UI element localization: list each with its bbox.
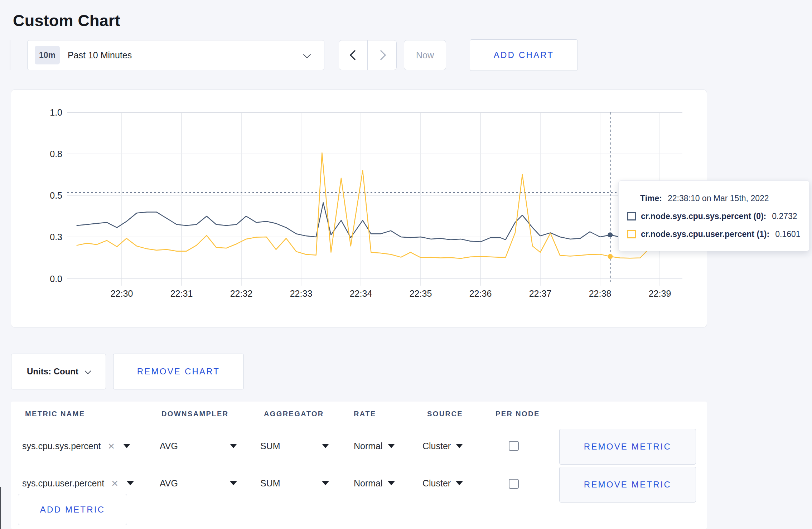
units-dropdown[interactable]: Units: Count (11, 354, 106, 389)
downsampler-value: AVG (160, 441, 178, 451)
chevron-left-icon (349, 50, 359, 60)
col-header-rate: RATE (354, 405, 376, 422)
caret-down-icon (230, 481, 237, 485)
remove-chart-button[interactable]: REMOVE CHART (113, 354, 244, 389)
remove-metric-label: REMOVE METRIC (584, 442, 671, 452)
page-title: Custom Chart (13, 11, 120, 30)
svg-text:0.0: 0.0 (50, 274, 62, 284)
caret-down-icon (127, 481, 134, 485)
tooltip-time-label: Time: (640, 194, 662, 203)
svg-text:22:39: 22:39 (649, 288, 671, 299)
metric-name-select[interactable]: sys.cpu.sys.percent × (22, 437, 130, 455)
now-button[interactable]: Now (404, 40, 446, 70)
chevron-down-icon (84, 368, 91, 374)
tooltip-series-row: cr.node.sys.cpu.user.percent (1): 0.1601 (619, 225, 809, 243)
toolbar-left-divider (10, 40, 10, 70)
time-step-forward-button[interactable] (368, 40, 397, 70)
series-sys-swatch-icon (627, 212, 636, 220)
svg-text:22:32: 22:32 (230, 288, 253, 299)
time-range-badge: 10m (35, 46, 60, 64)
remove-metric-button[interactable]: REMOVE METRIC (559, 467, 696, 503)
caret-down-icon (322, 481, 329, 485)
custom-chart-page: Custom Chart 10m Past 10 Minutes Now ADD… (0, 0, 812, 529)
svg-text:22:35: 22:35 (410, 288, 432, 299)
downsampler-value: AVG (160, 478, 178, 489)
add-metric-button[interactable]: ADD METRIC (18, 494, 127, 525)
source-select[interactable]: Cluster (422, 475, 463, 492)
col-header-aggregator: AGGREGATOR (264, 405, 324, 422)
add-chart-label: ADD CHART (494, 50, 554, 60)
svg-text:0.8: 0.8 (50, 149, 62, 159)
col-header-source: SOURCE (427, 405, 463, 422)
source-select[interactable]: Cluster (422, 437, 463, 455)
per-node-checkbox[interactable] (509, 441, 519, 451)
col-header-per-node: PER NODE (496, 405, 540, 422)
tooltip-sys-label: cr.node.sys.cpu.sys.percent (0): (641, 212, 766, 221)
svg-text:22:33: 22:33 (290, 288, 313, 299)
col-header-downsampler: DOWNSAMPLER (161, 405, 229, 422)
caret-down-icon (230, 444, 237, 448)
series-user-swatch-icon (627, 230, 636, 238)
svg-text:22:30: 22:30 (111, 288, 133, 299)
svg-text:22:37: 22:37 (529, 288, 552, 299)
time-step-back-button[interactable] (339, 40, 368, 70)
svg-text:22:31: 22:31 (170, 288, 193, 299)
metric-name-select[interactable]: sys.cpu.user.percent × (22, 475, 134, 492)
svg-text:22:38: 22:38 (589, 288, 612, 299)
units-label: Units: Count (27, 367, 78, 377)
caret-down-icon (388, 481, 395, 485)
remove-chart-label: REMOVE CHART (137, 367, 220, 377)
aggregator-select[interactable]: SUM (260, 475, 329, 492)
chart-card: 22:3022:3122:3222:3322:3422:3522:3622:37… (11, 89, 707, 327)
time-range-dropdown[interactable]: 10m Past 10 Minutes (27, 40, 324, 70)
remove-metric-button[interactable]: REMOVE METRIC (559, 429, 696, 465)
svg-text:22:34: 22:34 (350, 288, 372, 299)
per-node-checkbox[interactable] (509, 479, 519, 489)
source-value: Cluster (422, 441, 451, 451)
caret-down-icon (388, 444, 395, 448)
col-header-metric-name: METRIC NAME (25, 405, 85, 422)
svg-text:0.3: 0.3 (50, 232, 62, 242)
remove-metric-label: REMOVE METRIC (584, 480, 671, 490)
chevron-down-icon (303, 51, 311, 58)
downsampler-select[interactable]: AVG (160, 475, 237, 492)
clear-metric-icon[interactable]: × (111, 477, 118, 489)
source-value: Cluster (422, 478, 451, 489)
window-edge-artifact (0, 487, 1, 529)
rate-value: Normal (354, 478, 383, 489)
tooltip-sys-value: 0.2732 (772, 212, 797, 221)
chevron-right-icon (376, 50, 386, 60)
rate-value: Normal (354, 441, 383, 451)
caret-down-icon (322, 444, 329, 448)
aggregator-value: SUM (260, 478, 280, 489)
svg-text:0.5: 0.5 (50, 190, 62, 200)
metric-name-value: sys.cpu.user.percent (22, 478, 104, 489)
svg-text:22:36: 22:36 (469, 288, 492, 299)
caret-down-icon (123, 444, 130, 448)
chart-tooltip: Time: 22:38:10 on Mar 15th, 2022 cr.node… (618, 180, 809, 251)
aggregator-value: SUM (260, 441, 280, 451)
caret-down-icon (456, 481, 463, 485)
tooltip-time-row: Time: 22:38:10 on Mar 15th, 2022 (619, 189, 809, 207)
tooltip-series-row: cr.node.sys.cpu.sys.percent (0): 0.2732 (619, 207, 809, 225)
rate-select[interactable]: Normal (354, 437, 395, 455)
svg-text:1.0: 1.0 (50, 107, 62, 117)
time-step-nav (339, 40, 397, 70)
tooltip-user-label: cr.node.sys.cpu.user.percent (1): (641, 229, 769, 239)
downsampler-select[interactable]: AVG (160, 437, 237, 455)
metric-name-value: sys.cpu.sys.percent (22, 441, 101, 451)
tooltip-user-value: 0.1601 (775, 229, 800, 239)
now-button-label: Now (416, 50, 434, 60)
add-metric-label: ADD METRIC (40, 505, 105, 515)
metrics-chart-svg[interactable]: 22:3022:3122:3222:3322:3422:3522:3622:37… (11, 90, 707, 327)
caret-down-icon (456, 444, 463, 448)
aggregator-select[interactable]: SUM (260, 437, 329, 455)
rate-select[interactable]: Normal (354, 475, 395, 492)
add-chart-button[interactable]: ADD CHART (470, 39, 578, 71)
clear-metric-icon[interactable]: × (108, 440, 115, 452)
time-range-label: Past 10 Minutes (68, 50, 132, 60)
tooltip-time-value: 22:38:10 on Mar 15th, 2022 (668, 194, 769, 203)
